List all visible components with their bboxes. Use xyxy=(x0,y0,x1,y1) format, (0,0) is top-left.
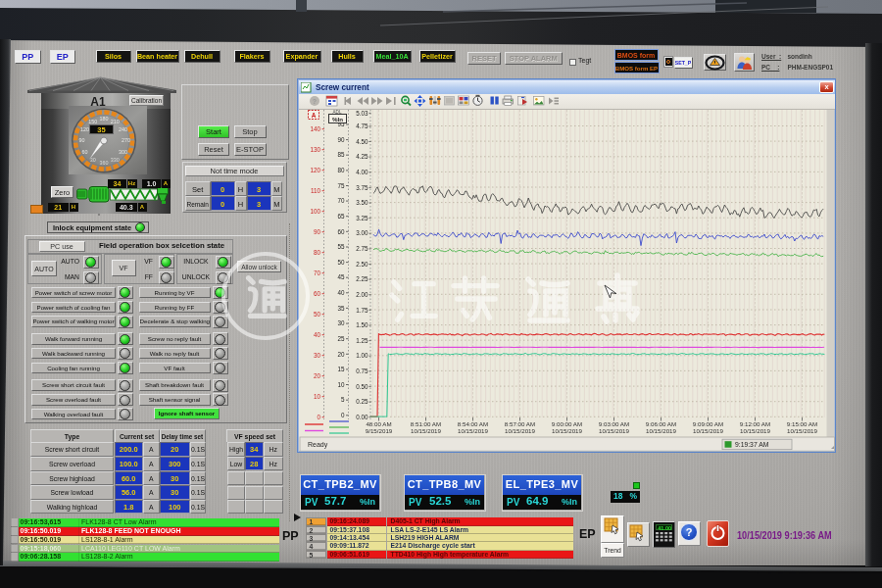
svg-text:40: 40 xyxy=(314,331,321,338)
svg-text:2.25: 2.25 xyxy=(356,275,368,282)
svg-text:9:09:00 AM: 9:09:00 AM xyxy=(693,420,723,427)
svg-text:40: 40 xyxy=(337,289,345,296)
svg-text:0.25: 0.25 xyxy=(356,398,368,405)
svg-text:9:00:00 AM: 9:00:00 AM xyxy=(552,420,582,427)
svg-text:3.75: 3.75 xyxy=(356,184,368,191)
svg-text:9:15:00 AM: 9:15:00 AM xyxy=(787,420,817,427)
svg-text:10/15/2019: 10/15/2019 xyxy=(834,427,865,434)
svg-text:50: 50 xyxy=(337,259,345,266)
svg-text:9:18:00: 9:18:00 xyxy=(839,420,859,427)
svg-text:85: 85 xyxy=(337,151,345,158)
svg-text:ADL: ADL xyxy=(333,110,342,115)
svg-text:5.03: 5.03 xyxy=(356,110,368,117)
svg-text:1.25: 1.25 xyxy=(356,337,368,344)
svg-text:30: 30 xyxy=(314,352,321,359)
svg-text:2.00: 2.00 xyxy=(356,291,368,298)
svg-text:1.00: 1.00 xyxy=(356,352,368,359)
svg-text:2.75: 2.75 xyxy=(356,245,368,252)
svg-text:1.75: 1.75 xyxy=(356,307,368,314)
svg-text:20: 20 xyxy=(337,351,345,358)
svg-text:9:06:00 AM: 9:06:00 AM xyxy=(646,420,676,427)
svg-text:Ready: Ready xyxy=(308,441,328,449)
svg-text:4.00: 4.00 xyxy=(356,169,368,175)
svg-text:9:03:00 AM: 9:03:00 AM xyxy=(599,420,629,427)
svg-text:60: 60 xyxy=(337,228,345,235)
svg-text:0.50: 0.50 xyxy=(356,383,368,390)
svg-text:3.00: 3.00 xyxy=(356,229,368,236)
svg-text:10/15/2019: 10/15/2019 xyxy=(552,427,583,434)
svg-text:4.75: 4.75 xyxy=(356,122,368,129)
svg-text:90: 90 xyxy=(337,136,345,143)
svg-text:10/15/2019: 10/15/2019 xyxy=(740,427,771,434)
svg-text:0: 0 xyxy=(317,414,320,420)
svg-text:75: 75 xyxy=(337,182,345,189)
svg-text:3.25: 3.25 xyxy=(356,215,368,221)
svg-text:80: 80 xyxy=(314,249,321,256)
svg-text:30: 30 xyxy=(337,319,345,326)
svg-text:70: 70 xyxy=(314,270,321,276)
svg-text:10: 10 xyxy=(314,393,321,400)
svg-text:65: 65 xyxy=(337,213,345,220)
svg-text:100: 100 xyxy=(310,208,320,215)
svg-text:10/15/2019: 10/15/2019 xyxy=(505,427,536,434)
svg-text:9:19:37 AM: 9:19:37 AM xyxy=(735,441,769,448)
svg-text:9:12:00 AM: 9:12:00 AM xyxy=(740,420,770,427)
svg-text:90: 90 xyxy=(314,228,321,235)
svg-text:A: A xyxy=(312,112,317,119)
svg-text:4.25: 4.25 xyxy=(356,153,368,160)
svg-text:4.50: 4.50 xyxy=(356,138,368,145)
svg-text:9/15/2019: 9/15/2019 xyxy=(366,427,393,434)
svg-text:8:51:00 AM: 8:51:00 AM xyxy=(411,420,441,427)
svg-text:15: 15 xyxy=(337,366,345,372)
svg-text:140: 140 xyxy=(310,125,320,132)
svg-text:10/15/2019: 10/15/2019 xyxy=(458,427,489,434)
svg-text:130: 130 xyxy=(310,146,320,153)
svg-text:10: 10 xyxy=(337,381,345,388)
svg-text:48:00 AM: 48:00 AM xyxy=(366,420,391,427)
svg-text:45: 45 xyxy=(337,273,345,280)
svg-text:2.50: 2.50 xyxy=(356,261,368,268)
svg-text:70: 70 xyxy=(337,197,345,204)
svg-text:10/15/2019: 10/15/2019 xyxy=(411,427,442,434)
svg-text:25: 25 xyxy=(337,335,345,342)
svg-text:50: 50 xyxy=(314,311,321,318)
svg-text:120: 120 xyxy=(310,167,320,173)
svg-text:80: 80 xyxy=(337,167,345,173)
svg-text:20: 20 xyxy=(314,372,321,379)
svg-text:10/15/2019: 10/15/2019 xyxy=(646,427,677,434)
svg-text:1.50: 1.50 xyxy=(356,321,368,328)
svg-text:110: 110 xyxy=(311,187,321,194)
svg-text:10/15/2019: 10/15/2019 xyxy=(787,427,818,434)
svg-text:0: 0 xyxy=(341,412,345,418)
svg-text:5: 5 xyxy=(341,396,345,403)
svg-text:8:57:00 AM: 8:57:00 AM xyxy=(505,420,535,427)
svg-text:10/15/2019: 10/15/2019 xyxy=(599,427,630,434)
svg-text:%In: %In xyxy=(332,116,343,122)
svg-text:35: 35 xyxy=(337,305,345,312)
svg-text:3.50: 3.50 xyxy=(356,199,368,206)
svg-text:8:54:00 AM: 8:54:00 AM xyxy=(458,420,488,427)
svg-text:60: 60 xyxy=(314,290,321,297)
svg-text:10/15/2019: 10/15/2019 xyxy=(693,427,724,434)
svg-text:55: 55 xyxy=(337,243,345,250)
svg-text:0.75: 0.75 xyxy=(356,368,368,374)
